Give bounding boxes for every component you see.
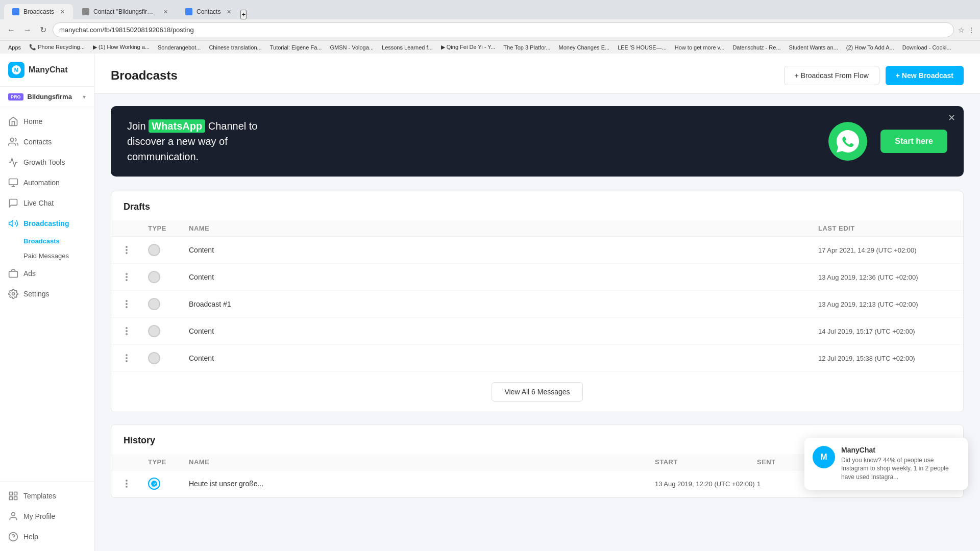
browser-toolbar: ← → ↻ ☆ ⋮ — [0, 19, 980, 40]
workspace-chevron-icon: ▾ — [83, 93, 86, 101]
sidebar-item-automation-label: Automation — [23, 179, 60, 187]
history-col-type: Type — [148, 458, 189, 466]
history-row-menu-1[interactable] — [124, 478, 148, 490]
growth-tools-icon — [8, 157, 18, 167]
svg-rect-9 — [10, 492, 13, 495]
draft-date-3: 13 Aug 2019, 12:13 (UTC +02:00) — [818, 300, 951, 308]
row-menu-4[interactable] — [124, 325, 148, 337]
sidebar-item-ads[interactable]: Ads — [0, 263, 94, 284]
row-menu-1[interactable] — [124, 244, 148, 256]
help-icon — [8, 532, 18, 542]
banner-close-button[interactable]: ✕ — [948, 112, 955, 123]
bookmark-10[interactable]: Money Changes E... — [555, 43, 612, 52]
row-menu-3[interactable] — [124, 298, 148, 310]
sidebar-item-profile-label: My Profile — [23, 512, 55, 520]
sidebar-item-broadcasting[interactable]: Broadcasting — [0, 213, 94, 234]
reload-button[interactable]: ↻ — [38, 23, 48, 37]
draft-date-1: 17 Apr 2021, 14:29 (UTC +02:00) — [818, 246, 951, 254]
browser-tab-contacts[interactable]: Contacts ✕ — [177, 4, 239, 19]
browser-chrome: Broadcasts ✕ Contact "Bildungsfirma" thr… — [0, 0, 980, 54]
sidebar-item-templates[interactable]: Templates — [0, 486, 94, 506]
row-menu-2[interactable] — [124, 271, 148, 283]
sidebar-item-settings-label: Settings — [23, 290, 50, 298]
back-button[interactable]: ← — [5, 23, 17, 37]
browser-tab-broadcasts[interactable]: Broadcasts ✕ — [4, 4, 73, 19]
bookmark-8[interactable]: ▶ Qing Fei De Yi - Y... — [438, 43, 499, 52]
table-row: Content 13 Aug 2019, 12:36 (UTC +02:00) — [111, 264, 963, 291]
bookmark-6[interactable]: GMSN - Vologa... — [327, 43, 377, 52]
browser-tab-contact[interactable]: Contact "Bildungsfirma" thro... ✕ — [74, 4, 176, 19]
sidebar-item-contacts-label: Contacts — [23, 138, 52, 146]
view-all-messages-button[interactable]: View All 6 Messages — [492, 382, 582, 402]
tab-close-2[interactable]: ✕ — [163, 9, 168, 15]
draft-name-2: Content — [189, 273, 818, 281]
settings-icon — [8, 289, 18, 299]
sidebar-bottom: Templates My Profile Help — [0, 481, 94, 551]
tab-title-2: Contact "Bildungsfirma" thro... — [93, 8, 157, 15]
bookmark-13[interactable]: Datenschutz - Re... — [729, 43, 783, 52]
forward-button[interactable]: → — [21, 23, 34, 37]
automation-icon — [8, 178, 18, 188]
banner-start-here-button[interactable]: Start here — [880, 130, 947, 153]
sidebar-item-my-profile[interactable]: My Profile — [0, 506, 94, 527]
tab-title-1: Broadcasts — [23, 8, 54, 15]
sidebar-item-live-chat[interactable]: Live Chat — [0, 193, 94, 213]
history-col-name: Name — [189, 458, 655, 466]
bookmark-apps[interactable]: Apps — [5, 43, 24, 52]
sidebar-subitem-broadcasts[interactable]: Broadcasts — [23, 234, 94, 248]
bookmark-14[interactable]: Student Wants an... — [786, 43, 841, 52]
bookmark-15[interactable]: (2) How To Add A... — [843, 43, 897, 52]
history-start-1: 13 Aug 2019, 12:20 (UTC +02:00) — [655, 480, 757, 488]
notification-avatar-text: M — [820, 453, 827, 462]
workspace-selector[interactable]: PRO Bildungsfirma ▾ — [0, 87, 94, 107]
sidebar-subitem-paid-messages[interactable]: Paid Messages — [23, 248, 94, 263]
drafts-col-type: Type — [148, 224, 189, 232]
bookmark-5[interactable]: Tutorial: Eigene Fa... — [267, 43, 325, 52]
sidebar-item-home[interactable]: Home — [0, 111, 94, 132]
tab-favicon-2 — [82, 8, 89, 15]
new-tab-button[interactable]: + — [240, 10, 247, 19]
row-type-icon-2 — [148, 271, 160, 283]
bookmark-11[interactable]: LEE 'S HOUSE—... — [615, 43, 670, 52]
sidebar-item-settings[interactable]: Settings — [0, 284, 94, 304]
bookmark-16[interactable]: Download - Cooki... — [899, 43, 954, 52]
bookmark-7[interactable]: Lessons Learned f... — [379, 43, 436, 52]
drafts-col-last-edit: Last Edit — [818, 224, 951, 232]
row-menu-5[interactable] — [124, 352, 148, 364]
tab-close-1[interactable]: ✕ — [60, 9, 65, 15]
draft-name-1: Content — [189, 246, 818, 254]
sidebar-item-contacts[interactable]: Contacts — [0, 132, 94, 152]
svg-rect-7 — [9, 271, 18, 278]
logo-text: ManyChat — [29, 65, 67, 74]
ads-icon — [8, 268, 18, 279]
browser-menu[interactable]: ⋮ — [968, 26, 975, 34]
broadcasting-subnav: Broadcasts Paid Messages — [0, 234, 94, 263]
sidebar-item-help-label: Help — [23, 533, 38, 541]
draft-name-5: Content — [189, 354, 818, 362]
bookmark-1[interactable]: 📞 Phone Recycling... — [26, 43, 88, 52]
my-profile-icon — [8, 511, 18, 521]
page-title: Broadcasts — [111, 68, 178, 83]
bookmark-9[interactable]: The Top 3 Platfor... — [500, 43, 553, 52]
notification-popup: M ManyChat Did you know? 44% of people u… — [804, 438, 968, 490]
svg-point-8 — [12, 293, 15, 295]
notification-content: ManyChat Did you know? 44% of people use… — [841, 446, 960, 482]
bookmark-2[interactable]: ▶ (1) How Working a... — [90, 43, 153, 52]
bookmark-star[interactable]: ☆ — [958, 26, 965, 34]
whatsapp-banner: ✕ Join WhatsApp Channel todiscover a new… — [111, 106, 964, 177]
tab-favicon-3 — [185, 8, 192, 15]
drafts-section-title: Drafts — [111, 191, 963, 220]
bookmark-3[interactable]: Sonderangebot... — [155, 43, 204, 52]
banner-heading: Join WhatsApp Channel todiscover a new w… — [127, 118, 815, 164]
bookmark-4[interactable]: Chinese translation... — [206, 43, 264, 52]
broadcast-from-flow-button[interactable]: + Broadcast From Flow — [784, 66, 879, 85]
sidebar-item-growth-tools[interactable]: Growth Tools — [0, 152, 94, 172]
sidebar-item-help[interactable]: Help — [0, 527, 94, 547]
svg-point-13 — [12, 513, 15, 516]
new-broadcast-button[interactable]: + New Broadcast — [886, 66, 964, 85]
sidebar-item-automation[interactable]: Automation — [0, 172, 94, 193]
address-bar[interactable] — [53, 22, 954, 37]
drafts-table-header: Type Name Last Edit — [111, 220, 963, 237]
bookmark-12[interactable]: How to get more v... — [672, 43, 728, 52]
tab-close-3[interactable]: ✕ — [227, 9, 231, 15]
